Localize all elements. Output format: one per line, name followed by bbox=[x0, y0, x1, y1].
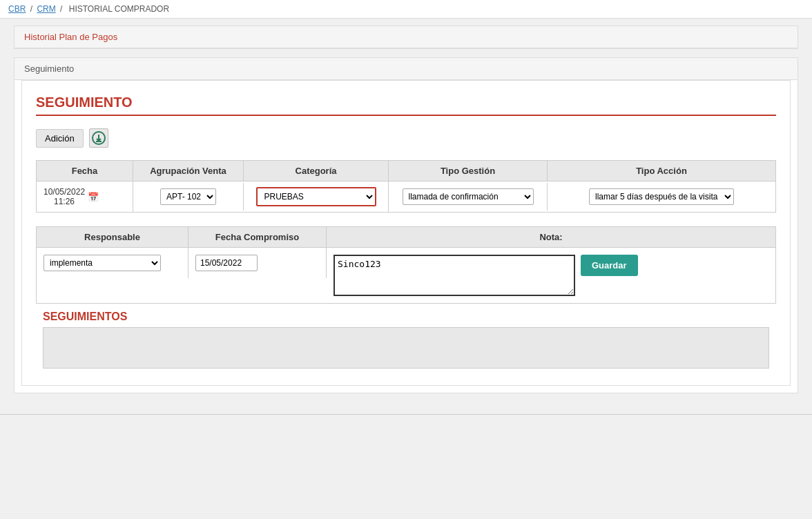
seguimientos-table bbox=[43, 327, 769, 369]
col-nota: Nota: bbox=[327, 227, 775, 247]
historial-label: Historial Plan de Pagos bbox=[24, 32, 117, 42]
fecha-compromiso-input[interactable]: 15/05/2022 bbox=[195, 255, 258, 271]
col-categoria: Categoría bbox=[244, 161, 389, 181]
scrollbar[interactable] bbox=[0, 414, 812, 422]
tipo-accion-select[interactable]: llamar 5 días después de la visita envia… bbox=[589, 188, 734, 205]
nota-textarea[interactable]: Sinco123 bbox=[334, 255, 575, 296]
cell-responsable: implementa usuario1 usuario2 bbox=[37, 248, 188, 278]
col-tipo-accion: Tipo Acción bbox=[548, 161, 775, 181]
cell-nota: Sinco123 Guardar bbox=[327, 248, 775, 303]
breadcrumb-current: HISTORIAL COMPRADOR bbox=[69, 4, 169, 14]
table-header-row2: Responsable Fecha Compromiso Nota: bbox=[36, 226, 776, 247]
breadcrumb-sep2: / bbox=[60, 4, 62, 14]
cell-tipo-accion: llamar 5 días después de la visita envia… bbox=[548, 183, 775, 210]
seguimiento-card: Seguimiento SEGUIMIENTO Adición bbox=[14, 57, 798, 393]
cell-fecha: 10/05/2022 11:26 📅 bbox=[37, 182, 133, 212]
red-divider bbox=[36, 115, 776, 116]
historial-card: Historial Plan de Pagos bbox=[14, 26, 798, 49]
table-row-1: 10/05/2022 11:26 📅 APT- 102 APT- 101 APT… bbox=[36, 181, 776, 213]
breadcrumb-cbr[interactable]: CBR bbox=[8, 4, 26, 14]
breadcrumb-sep1: / bbox=[30, 4, 32, 14]
adicion-bar: Adición bbox=[36, 128, 776, 148]
form-title: SEGUIMIENTO bbox=[36, 95, 776, 110]
adicion-button[interactable]: Adición bbox=[36, 129, 84, 148]
col-fecha-compromiso: Fecha Compromiso bbox=[188, 227, 327, 247]
col-fecha: Fecha bbox=[37, 161, 133, 181]
responsable-select[interactable]: implementa usuario1 usuario2 bbox=[44, 255, 161, 271]
seguimientos-section: SEGUIMIENTOS bbox=[43, 304, 769, 369]
tipo-gestion-select[interactable]: llamada de confirmación visita correo bbox=[403, 188, 534, 205]
cell-tipo-gestion: llamada de confirmación visita correo bbox=[389, 183, 548, 210]
page-container: Historial Plan de Pagos Seguimiento SEGU… bbox=[0, 19, 812, 409]
calendar-icon[interactable]: 📅 bbox=[88, 192, 99, 202]
breadcrumb-crm[interactable]: CRM bbox=[37, 4, 55, 14]
form-card: SEGUIMIENTO Adición Fecha Agr bbox=[21, 80, 791, 386]
table-header-row1: Fecha Agrupación Venta Categoría Tipo Ge… bbox=[36, 160, 776, 181]
date-value: 10/05/2022 bbox=[44, 187, 85, 197]
cell-categoria: PRUEBAS OPCIÓN 1 OPCIÓN 2 bbox=[244, 182, 389, 212]
historial-header: Historial Plan de Pagos bbox=[14, 26, 798, 48]
categoria-wrapper: PRUEBAS OPCIÓN 1 OPCIÓN 2 bbox=[256, 187, 376, 206]
breadcrumb: CBR / CRM / HISTORIAL COMPRADOR bbox=[0, 0, 812, 19]
col-tipo-gestion: Tipo Gestión bbox=[389, 161, 548, 181]
time-value: 11:26 bbox=[44, 197, 85, 206]
col-responsable: Responsable bbox=[37, 227, 188, 247]
adicion-icon[interactable] bbox=[89, 128, 108, 148]
seguimiento-label: Seguimiento bbox=[14, 58, 798, 80]
cell-fecha-compromiso: 15/05/2022 bbox=[188, 248, 327, 278]
categoria-select[interactable]: PRUEBAS OPCIÓN 1 OPCIÓN 2 bbox=[258, 188, 375, 205]
table-row-2: implementa usuario1 usuario2 15/05/2022 … bbox=[36, 247, 776, 304]
seguimientos-title: SEGUIMIENTOS bbox=[43, 304, 769, 327]
col-agrupacion: Agrupación Venta bbox=[133, 161, 244, 181]
circle-down-icon bbox=[92, 131, 106, 145]
cell-agrupacion: APT- 102 APT- 101 APT- 103 bbox=[133, 183, 244, 210]
date-time-cell: 10/05/2022 11:26 📅 bbox=[44, 187, 126, 206]
guardar-button[interactable]: Guardar bbox=[581, 255, 638, 276]
agrupacion-select[interactable]: APT- 102 APT- 101 APT- 103 bbox=[160, 188, 216, 205]
